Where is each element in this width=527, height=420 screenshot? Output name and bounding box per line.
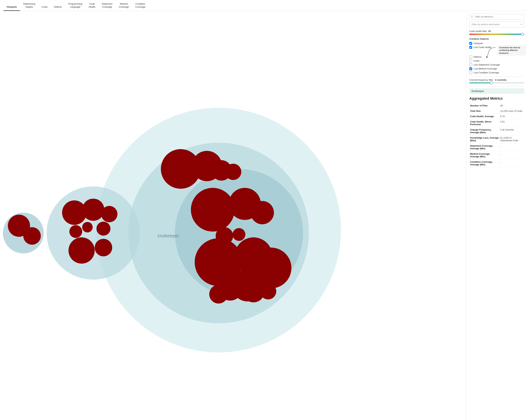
nav-refactoring[interactable]: Refactoring Targets <box>20 0 38 11</box>
nav-hotspots[interactable]: Hotspots <box>4 3 20 11</box>
checkbox-defects-label: Defects <box>473 55 482 58</box>
metric-value: 91 (100) % Abandoned Code <box>499 135 524 143</box>
checkbox-low-code-health-input[interactable] <box>469 46 472 49</box>
authors-filter-label: Filter by authors and teams <box>472 23 500 26</box>
callout-box: Customize the view by combining differen… <box>497 45 526 55</box>
checkbox-hotspots-label: Hotspots <box>473 42 483 45</box>
svg-point-13 <box>97 222 110 236</box>
checkbox-low-method-input[interactable] <box>469 67 472 70</box>
checkbox-low-statement-input[interactable] <box>469 63 472 66</box>
metric-label: Number of Files <box>469 103 499 108</box>
svg-point-20 <box>191 188 235 232</box>
aggregated-metrics-title: Aggregated Metrics <box>469 97 524 100</box>
authors-filter-dropdown[interactable]: Filter by authors and teams ▾ <box>469 22 524 27</box>
svg-point-11 <box>69 225 82 238</box>
zookeeper-header[interactable]: Zookeeper <box>469 88 524 94</box>
metric-value: 6.76 <box>499 114 524 119</box>
svg-point-30 <box>209 285 228 303</box>
nav-programming[interactable]: Programming Language <box>65 0 85 11</box>
metric-label: Total Size <box>469 108 499 114</box>
commit-slider-track <box>469 82 524 83</box>
table-row: Code Health, Average6.76 <box>469 114 524 119</box>
nav-statement[interactable]: Statement Coverage <box>99 0 116 11</box>
nav-costs[interactable]: Costs <box>38 3 51 11</box>
main-layout: zookeeper <box>0 11 527 420</box>
chevron-down-icon: ▾ <box>521 23 522 26</box>
sidebar: ⚲ Filter by authors and teams ▾ Code hea… <box>466 11 527 420</box>
table-row: Number of Files28 <box>469 103 524 108</box>
table-row: Total Size14,230 Lines of Code <box>469 108 524 114</box>
health-slider-thumb[interactable] <box>521 33 524 36</box>
checkbox-low-condition-input[interactable] <box>469 71 472 74</box>
health-slider-track <box>469 33 524 35</box>
metric-label: Code Health, Average <box>469 114 499 119</box>
svg-point-32 <box>260 283 276 299</box>
metric-value: 4.51 <box>499 119 524 127</box>
commit-slider-thumb[interactable] <box>490 81 493 84</box>
code-health-filter-label: Code health filter: 10 <box>469 30 524 32</box>
commit-value: 2 commits <box>495 79 507 81</box>
table-row: Method Coverage, Average (Min)- <box>469 151 524 159</box>
svg-point-24 <box>233 228 245 241</box>
nav-bar: Hotspots Refactoring Targets Costs Defec… <box>0 0 527 11</box>
metric-label: Method Coverage, Average (Min) <box>469 151 499 159</box>
nav-condition[interactable]: Condition Coverage <box>132 0 148 11</box>
metric-label: Code Health, Worst Performer <box>469 119 499 127</box>
table-row: Code Health, Worst Performer4.51 <box>469 119 524 127</box>
svg-point-9 <box>82 199 104 221</box>
svg-text:zookeeper: zookeeper <box>157 233 179 238</box>
svg-point-19 <box>225 163 241 180</box>
metric-value: - <box>499 159 524 167</box>
checkbox-low-statement[interactable]: Low Statement Coverage <box>469 63 524 66</box>
table-row: Knowledge Loss, Average (Max)91 (100) % … <box>469 135 524 143</box>
metrics-table: Number of Files28Total Size14,230 Lines … <box>469 103 524 167</box>
table-row: Statement Coverage, Average (Min)- <box>469 143 524 151</box>
checkbox-hotspots[interactable]: Hotspots <box>469 42 524 45</box>
divider-2 <box>469 86 524 86</box>
checkbox-defects-input[interactable] <box>469 55 472 58</box>
metric-value: 3 ⊕ Commits <box>499 127 524 135</box>
code-health-value: 10 <box>488 30 491 32</box>
commit-slider-fill <box>469 82 491 83</box>
combine-aspects-title: Combine Aspects <box>469 37 524 40</box>
svg-point-7 <box>23 227 41 245</box>
checkbox-low-condition-label: Low Condition Coverage <box>473 71 499 74</box>
svg-point-22 <box>251 201 274 224</box>
table-row: Change Frequency, Average (Max)3 ⊕ Commi… <box>469 127 524 135</box>
nav-defects[interactable]: Defects <box>51 3 65 11</box>
metric-label: Statement Coverage, Average (Min) <box>469 143 499 151</box>
nav-code-health[interactable]: Code Health <box>85 0 99 11</box>
checkbox-costs-label: Costs <box>473 59 480 62</box>
metric-value: 28 <box>499 103 524 108</box>
search-icon: ⚲ <box>471 15 473 18</box>
checkbox-low-method-label: Low Method Coverage <box>473 67 497 70</box>
callout-arrow-svg <box>486 47 496 59</box>
svg-point-10 <box>101 206 117 222</box>
chart-area[interactable]: zookeeper <box>0 11 466 420</box>
checkbox-hotspots-input[interactable] <box>469 42 472 45</box>
checkbox-list: Hotspots Low Code Health <box>469 42 524 74</box>
nav-method[interactable]: Method Coverage <box>116 0 132 11</box>
checkbox-low-condition[interactable]: Low Condition Coverage <box>469 71 524 74</box>
search-input[interactable] <box>469 14 524 20</box>
commit-frequency-label: Commit frequency filter : 2 commits <box>469 79 524 81</box>
checkbox-costs-input[interactable] <box>469 59 472 62</box>
svg-point-15 <box>95 239 112 256</box>
metric-value: - <box>499 143 524 151</box>
table-row: Condition Coverage, Average (Min)- <box>469 159 524 167</box>
svg-point-14 <box>68 237 95 264</box>
metric-label: Condition Coverage, Average (Min) <box>469 159 499 167</box>
checkbox-low-method[interactable]: Low Method Coverage <box>469 67 524 70</box>
checkbox-defects[interactable]: Defects <box>469 55 524 58</box>
checkbox-costs[interactable]: Costs <box>469 59 524 62</box>
svg-point-12 <box>82 222 93 233</box>
metric-value: 14,230 Lines of Code <box>499 108 524 114</box>
checkbox-low-statement-label: Low Statement Coverage <box>473 63 500 66</box>
metric-label: Change Frequency, Average (Max) <box>469 127 499 135</box>
search-box: ⚲ <box>469 14 524 20</box>
metric-label: Knowledge Loss, Average (Max) <box>469 135 499 143</box>
metric-value: - <box>499 151 524 159</box>
